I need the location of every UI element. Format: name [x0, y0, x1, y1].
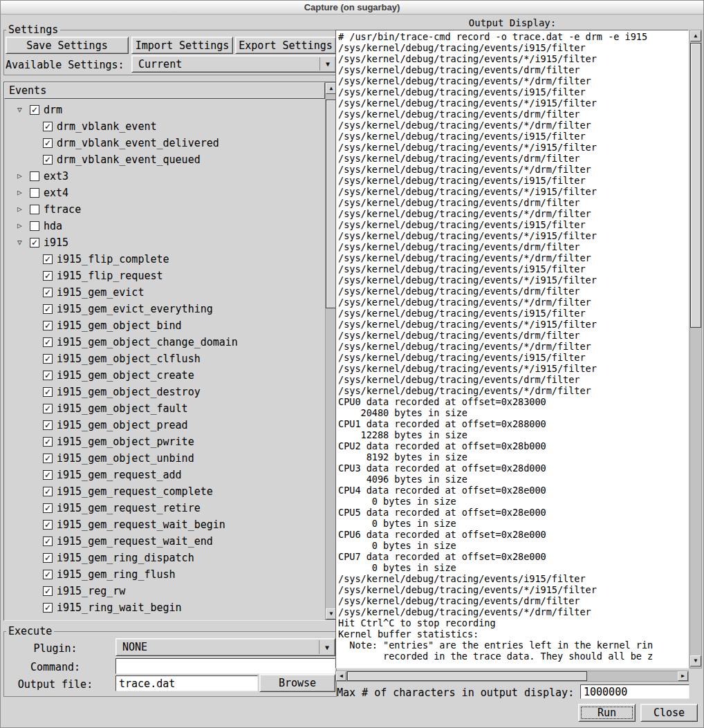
tree-row[interactable]: ✓i915_gem_ring_flush — [4, 566, 324, 583]
window-titlebar[interactable]: Capture (on sugarbay) — [1, 1, 703, 15]
event-checkbox[interactable]: ✓ — [43, 570, 53, 579]
event-checkbox[interactable]: ✓ — [43, 254, 53, 264]
event-label: i915_gem_request_complete — [57, 483, 213, 500]
tree-row[interactable]: ✓i915_gem_object_create — [4, 367, 324, 384]
output-scroll-right-icon[interactable]: ▶ — [678, 671, 688, 681]
event-checkbox[interactable] — [30, 171, 39, 181]
output-display-title: Output Display: — [335, 17, 689, 28]
tree-row[interactable]: ▷ftrace — [4, 201, 324, 218]
expander-closed-icon[interactable]: ▷ — [17, 201, 22, 218]
tree-row[interactable]: ✓i915_gem_request_wait_begin — [4, 516, 324, 533]
expander-closed-icon[interactable]: ▷ — [17, 185, 22, 201]
event-checkbox[interactable]: ✓ — [43, 271, 53, 281]
combo-arrow-icon[interactable]: ▼ — [319, 644, 335, 651]
event-checkbox[interactable]: ✓ — [43, 437, 53, 447]
events-column-header[interactable]: Events — [4, 82, 325, 99]
tree-row[interactable]: ✓i915_gem_object_bind — [4, 317, 324, 334]
event-checkbox[interactable]: ✓ — [43, 503, 53, 513]
tree-row[interactable]: ✓i915_gem_ring_dispatch — [4, 550, 324, 566]
tree-row[interactable]: ✓i915_ring_wait_begin — [4, 599, 324, 616]
event-checkbox[interactable]: ✓ — [43, 387, 53, 397]
tree-row[interactable]: ✓i915_flip_complete — [4, 251, 324, 268]
settings-frame-label: Settings — [6, 25, 60, 35]
close-button[interactable]: Close — [640, 704, 698, 722]
tree-row[interactable]: ✓i915_gem_evict_everything — [4, 301, 324, 317]
expander-open-icon[interactable]: ▽ — [17, 102, 22, 118]
tree-row[interactable]: ✓i915_gem_evict — [4, 284, 324, 301]
tree-row[interactable]: ✓drm_vblank_event_queued — [4, 151, 324, 168]
tree-row[interactable]: ✓i915_gem_request_add — [4, 467, 324, 483]
tree-row[interactable]: ✓i915_gem_object_clflush — [4, 351, 324, 367]
output-scroll-down-icon[interactable]: ▼ — [690, 655, 701, 666]
tree-row[interactable]: ✓drm_vblank_event — [4, 118, 324, 135]
event-label: i915_gem_object_pwrite — [57, 433, 194, 450]
output-file-input[interactable] — [115, 675, 258, 691]
tree-row[interactable]: ✓i915_reg_rw — [4, 583, 324, 599]
event-checkbox[interactable]: ✓ — [43, 404, 53, 413]
event-checkbox[interactable]: ✓ — [43, 487, 53, 496]
output-text: # /usr/bin/trace-cmd record -o trace.dat… — [338, 31, 687, 667]
output-scroll-up-icon[interactable]: ▲ — [690, 30, 701, 41]
event-checkbox[interactable]: ✓ — [30, 105, 39, 115]
tree-row[interactable]: ✓i915_gem_object_destroy — [4, 384, 324, 400]
run-button[interactable]: Run — [578, 704, 636, 722]
event-label: i915_gem_request_add — [57, 467, 182, 483]
event-checkbox[interactable]: ✓ — [43, 354, 53, 364]
browse-button[interactable]: Browse — [259, 674, 335, 692]
event-checkbox[interactable]: ✓ — [43, 454, 53, 463]
tree-row[interactable]: ✓i915_gem_object_change_domain — [4, 334, 324, 351]
tree-row[interactable]: ✓i915_gem_request_complete — [4, 483, 324, 500]
event-checkbox[interactable]: ✓ — [43, 420, 53, 430]
tree-row[interactable]: ✓i915_gem_object_pwrite — [4, 433, 324, 450]
event-label: drm_vblank_event — [57, 118, 157, 135]
export-settings-button[interactable]: Export Settings — [235, 37, 336, 54]
tree-row[interactable]: ✓drm_vblank_event_delivered — [4, 135, 324, 151]
save-settings-button[interactable]: Save Settings — [6, 37, 129, 54]
command-input[interactable] — [115, 658, 335, 674]
event-checkbox[interactable]: ✓ — [43, 122, 53, 131]
event-checkbox[interactable] — [30, 188, 39, 198]
tree-row[interactable]: ✓i915_gem_request_retire — [4, 500, 324, 516]
plugin-combo[interactable]: NONE ▼ — [115, 638, 335, 656]
event-checkbox[interactable]: ✓ — [43, 520, 53, 530]
expander-closed-icon[interactable]: ▷ — [17, 168, 22, 185]
event-checkbox[interactable]: ✓ — [43, 603, 53, 613]
expander-open-icon[interactable]: ▽ — [17, 234, 22, 251]
event-checkbox[interactable]: ✓ — [30, 238, 39, 248]
event-checkbox[interactable]: ✓ — [43, 553, 53, 563]
event-checkbox[interactable]: ✓ — [43, 470, 53, 480]
combo-arrow-icon[interactable]: ▼ — [320, 60, 335, 68]
tree-row[interactable]: ▽✓drm — [4, 102, 324, 118]
event-checkbox[interactable]: ✓ — [43, 304, 53, 314]
tree-row[interactable]: ✓i915_gem_object_fault — [4, 400, 324, 417]
event-label: ext4 — [44, 185, 68, 201]
expander-closed-icon[interactable]: ▷ — [17, 218, 22, 234]
event-checkbox[interactable]: ✓ — [43, 138, 53, 148]
import-settings-button[interactable]: Import Settings — [131, 37, 233, 54]
tree-row[interactable]: ▷hda — [4, 218, 324, 234]
event-checkbox[interactable]: ✓ — [43, 337, 53, 347]
tree-row[interactable]: ▷ext3 — [4, 168, 324, 185]
event-checkbox[interactable]: ✓ — [43, 371, 53, 380]
capture-window: Capture (on sugarbay) Settings Save Sett… — [0, 0, 704, 728]
event-label: hda — [44, 218, 62, 234]
available-settings-combo[interactable]: Current ▼ — [131, 55, 336, 73]
output-vscrollbar-thumb[interactable] — [690, 43, 701, 328]
tree-row[interactable]: ✓i915_gem_object_pread — [4, 417, 324, 433]
tree-row[interactable]: ✓i915_flip_request — [4, 268, 324, 284]
event-checkbox[interactable] — [30, 205, 39, 214]
tree-row[interactable]: ✓i915_gem_object_unbind — [4, 450, 324, 467]
event-checkbox[interactable]: ✓ — [43, 536, 53, 546]
event-checkbox[interactable]: ✓ — [43, 288, 53, 297]
output-hscrollbar-thumb[interactable] — [347, 671, 587, 681]
tree-row[interactable]: ▷ext4 — [4, 185, 324, 201]
event-checkbox[interactable] — [30, 221, 39, 231]
event-checkbox[interactable]: ✓ — [43, 586, 53, 596]
output-scroll-left-icon[interactable]: ◀ — [336, 671, 346, 681]
event-label: i915_ring_wait_begin — [57, 599, 182, 616]
max-chars-input[interactable] — [580, 684, 689, 699]
tree-row[interactable]: ▽✓i915 — [4, 234, 324, 251]
event-checkbox[interactable]: ✓ — [43, 321, 53, 330]
event-checkbox[interactable]: ✓ — [43, 155, 53, 165]
tree-row[interactable]: ✓i915_gem_request_wait_end — [4, 533, 324, 550]
